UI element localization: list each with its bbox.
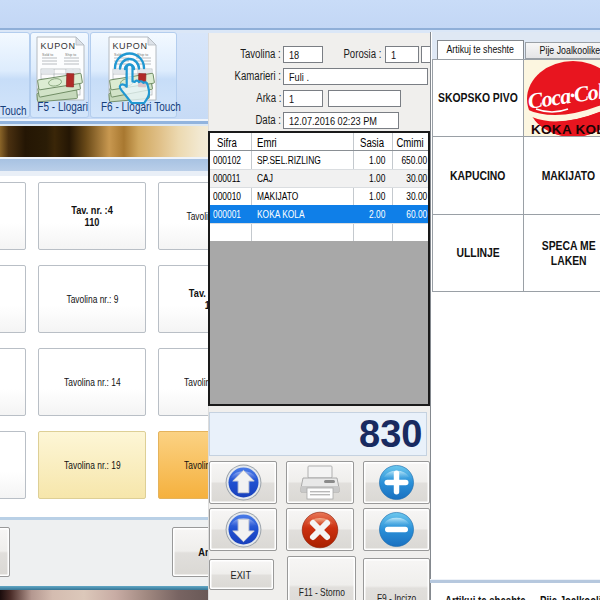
svg-text:KOKA KOLA: KOKA KOLA: [531, 121, 600, 136]
svg-text:Ship to: Ship to: [65, 53, 76, 57]
svg-text:KUPON: KUPON: [40, 41, 75, 51]
svg-text:Sold to: Sold to: [42, 53, 53, 57]
